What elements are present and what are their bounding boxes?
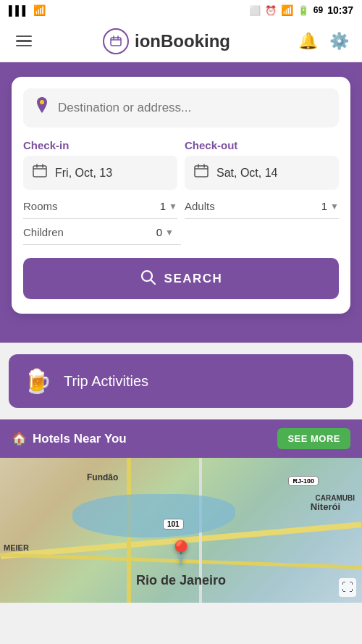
- location-icon: [33, 96, 51, 120]
- status-bar: ▌▌▌ 📶 ⬜ ⏰ 📶 🔋 69 10:37: [0, 0, 362, 20]
- beer-mug-icon: 🍺: [23, 367, 52, 395]
- clock: 10:37: [327, 4, 353, 16]
- wifi-icon: 📶: [281, 4, 293, 16]
- map-label-niteroi: Niterói: [311, 501, 340, 512]
- map-background: Fundão 101 RJ-100 Niterói CARAMUBI MEIER…: [0, 458, 362, 603]
- adults-arrow-icon: ▼: [330, 201, 339, 212]
- map-badge-101: 101: [163, 519, 184, 530]
- rooms-arrow-icon: ▼: [169, 201, 177, 212]
- house-icon: 🏠: [12, 431, 27, 446]
- rooms-value: 1: [160, 200, 166, 212]
- hotels-section: 🏠 Hotels Near You SEE MORE: [0, 419, 362, 458]
- map-container[interactable]: Fundão 101 RJ-100 Niterói CARAMUBI MEIER…: [0, 458, 362, 603]
- checkout-label: Check-out: [185, 139, 339, 151]
- battery-percent: 69: [313, 5, 323, 15]
- hero-band: Check-in Fri, Oct, 13 Check-out: [0, 62, 362, 343]
- checkout-col: Check-out Sat, Oct, 14: [185, 139, 339, 190]
- children-row: Children 0 ▼: [23, 226, 339, 245]
- children-label: Children: [23, 226, 64, 238]
- signal-icon: ▌▌▌: [9, 5, 29, 16]
- children-arrow-icon: ▼: [165, 227, 174, 238]
- checkin-calendar-icon: [32, 163, 48, 183]
- sim-icon: 📶: [33, 4, 46, 16]
- status-right: ⬜ ⏰ 📶 🔋 69 10:37: [249, 4, 353, 16]
- checkout-date: Sat, Oct, 14: [216, 167, 277, 180]
- trip-activities-label: Trip Activities: [64, 373, 148, 390]
- search-card: Check-in Fri, Oct, 13 Check-out: [12, 77, 350, 314]
- map-label-fundao: Fundão: [87, 472, 118, 482]
- checkin-box[interactable]: Fri, Oct, 13: [23, 156, 177, 190]
- map-label-rio: Rio de Janeiro: [136, 573, 226, 588]
- portrait-icon: ⬜: [249, 5, 261, 16]
- svg-rect-5: [33, 166, 46, 177]
- hotels-title: 🏠 Hotels Near You: [12, 431, 127, 446]
- adults-selector[interactable]: Adults 1 ▼: [185, 200, 339, 219]
- battery-icon: 🔋: [298, 5, 309, 16]
- map-expand-icon[interactable]: ⛶: [339, 578, 356, 597]
- adults-value-group: 1 ▼: [321, 200, 339, 212]
- svg-line-14: [151, 280, 155, 284]
- app-name: ionBooking: [135, 31, 230, 51]
- checkout-calendar-icon: [193, 163, 209, 183]
- children-value: 0: [156, 226, 162, 238]
- checkin-date: Fri, Oct, 13: [55, 167, 112, 180]
- map-pin: 📍: [167, 539, 195, 566]
- logo-icon: [103, 28, 129, 54]
- adults-label: Adults: [185, 200, 215, 212]
- map-label-caramuru: CARAMUBI: [316, 494, 355, 502]
- svg-point-4: [40, 100, 44, 104]
- rooms-adults-row: Rooms 1 ▼ Adults 1 ▼: [23, 200, 339, 219]
- svg-rect-0: [111, 38, 121, 46]
- adults-value: 1: [321, 200, 327, 212]
- hotels-label: Hotels Near You: [33, 432, 127, 446]
- children-selector[interactable]: Children 0 ▼: [23, 226, 181, 245]
- gear-icon[interactable]: ⚙️: [329, 32, 349, 51]
- rooms-selector[interactable]: Rooms 1 ▼: [23, 200, 177, 219]
- map-water: [72, 494, 235, 538]
- bell-icon[interactable]: 🔔: [298, 32, 318, 51]
- search-button[interactable]: SEARCH: [23, 258, 339, 299]
- map-badge-rj: RJ-100: [288, 476, 319, 486]
- alarm-icon: ⏰: [265, 5, 277, 16]
- app-header: ionBooking 🔔 ⚙️: [0, 20, 362, 62]
- rooms-value-group: 1 ▼: [160, 200, 177, 212]
- search-icon: [140, 269, 156, 288]
- rooms-label: Rooms: [23, 200, 58, 212]
- checkout-box[interactable]: Sat, Oct, 14: [185, 156, 339, 190]
- checkin-col: Check-in Fri, Oct, 13: [23, 139, 177, 190]
- see-more-button[interactable]: SEE MORE: [277, 428, 350, 449]
- header-actions: 🔔 ⚙️: [298, 32, 349, 51]
- trip-activities-banner[interactable]: 🍺 Trip Activities: [9, 354, 353, 408]
- svg-rect-9: [195, 166, 208, 177]
- status-left: ▌▌▌ 📶: [9, 4, 46, 16]
- checkin-label: Check-in: [23, 139, 177, 151]
- destination-input[interactable]: [58, 101, 329, 115]
- app-logo: ionBooking: [103, 28, 230, 54]
- search-button-label: SEARCH: [164, 272, 223, 286]
- selectors-section: Rooms 1 ▼ Adults 1 ▼ Children: [23, 200, 339, 245]
- children-value-group: 0 ▼: [156, 226, 174, 238]
- destination-row[interactable]: [23, 88, 339, 127]
- date-section: Check-in Fri, Oct, 13 Check-out: [23, 139, 339, 190]
- hamburger-menu[interactable]: [13, 33, 35, 50]
- map-label-meier: MEIER: [4, 543, 29, 552]
